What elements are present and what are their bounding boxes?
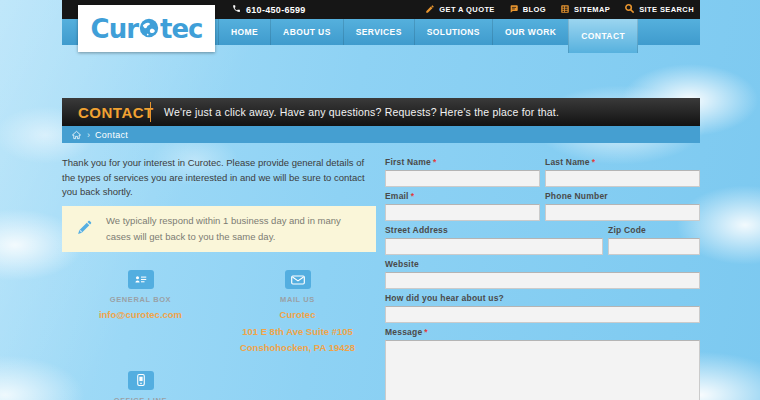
page-banner: CONTACT We're just a click away. Have an… [62,98,700,126]
address-line: Curotec [219,307,376,324]
contact-info: GENERAL BOX info@curotec.com MAIL US Cur… [62,270,376,400]
contact-info-label: OFFICE LINE [62,396,219,400]
breadcrumb-current: Contact [95,130,128,140]
page-title: CONTACT [62,104,150,121]
message-textarea[interactable] [385,340,700,400]
contact-form: First Name* Last Name* Email* Phone Numb… [385,157,700,400]
banner-divider [150,102,151,122]
contact-info-general-box: GENERAL BOX info@curotec.com [62,270,219,357]
sitemap-link[interactable]: SITEMAP [560,4,610,16]
mailing-address: Curotec 101 E 8th Ave Suite #105 Conshoh… [219,307,376,357]
website-label: Website [385,259,700,269]
nav-item-services[interactable]: SERVICES [343,19,414,45]
logo[interactable]: Cur tec [78,5,215,52]
general-box-email[interactable]: info@curotec.com [99,309,182,320]
required-asterisk: * [592,157,596,167]
logo-text-right: tec [160,14,202,44]
search-icon [624,3,635,16]
contact-info-office-line: OFFICE LINE 610-450-6599 [62,371,219,400]
hear-about-us-input[interactable] [385,306,700,323]
nav-item-our-work[interactable]: OUR WORK [492,19,568,45]
envelope-icon [285,270,311,289]
zip-code-label: Zip Code [608,225,700,235]
first-name-input[interactable] [385,170,540,187]
mobile-phone-icon [128,371,154,390]
last-name-input[interactable] [545,170,700,187]
street-address-label: Street Address [385,225,603,235]
hear-about-us-label: How did you hear about us? [385,293,700,303]
street-address-input[interactable] [385,238,603,255]
last-name-label: Last Name* [545,157,700,167]
phone-number-input[interactable] [545,204,700,221]
banner-message: We're just a click away. Have any questi… [164,106,559,118]
phone-number: 610-450-6599 [246,5,306,15]
breadcrumb-separator: › [87,130,90,140]
email-label: Email* [385,191,540,201]
contact-card-icon [128,270,154,289]
sitemap-icon [560,4,570,16]
address-line: 101 E 8th Ave Suite #105 [219,324,376,341]
website-input[interactable] [385,272,700,289]
logo-text-left: Cur [91,14,138,44]
nav-item-home[interactable]: HOME [218,19,270,45]
site-search-link[interactable]: SITE SEARCH [624,3,694,16]
header-phone-link[interactable]: 610-450-6599 [232,4,306,15]
contact-info-mail-us: MAIL US Curotec 101 E 8th Ave Suite #105… [219,270,376,357]
address-line: Conshohocken, PA 19428 [219,340,376,357]
get-a-quote-link[interactable]: GET A QUOTE [425,4,495,16]
quick-links: GET A QUOTE BLOG SITEMAP SITE SEARCH [425,3,694,16]
blog-icon [509,4,519,16]
required-asterisk: * [424,327,428,337]
first-name-label: First Name* [385,157,540,167]
message-label: Message* [385,327,700,337]
pencil-note-icon [76,219,93,240]
home-icon[interactable] [71,130,82,140]
zip-code-input[interactable] [608,238,700,255]
phone-icon [232,4,241,15]
email-input[interactable] [385,204,540,221]
intro-text: Thank you for your interest in Curotec. … [62,156,374,200]
breadcrumb: › Contact [62,126,700,143]
required-asterisk: * [433,157,437,167]
blog-link[interactable]: BLOG [509,4,546,16]
contact-info-label: GENERAL BOX [62,295,219,304]
contact-info-label: MAIL US [219,295,376,304]
nav-item-solutions[interactable]: SOLUTIONS [414,19,492,45]
note-text: We typically respond within 1 business d… [106,213,362,245]
nav-item-contact[interactable]: CONTACT [568,19,638,53]
response-note: We typically respond within 1 business d… [62,206,376,252]
nav-item-about-us[interactable]: ABOUT US [270,19,343,45]
globe-icon [138,14,160,44]
pencil-icon [425,4,435,16]
required-asterisk: * [411,191,415,201]
phone-number-label: Phone Number [545,191,700,201]
